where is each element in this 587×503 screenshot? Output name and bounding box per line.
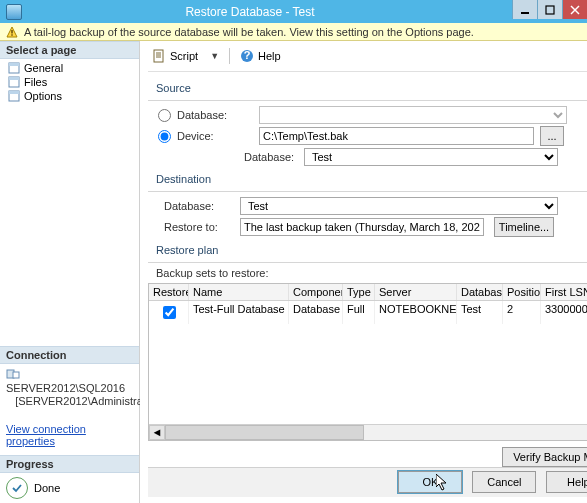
col-type[interactable]: Type	[343, 284, 375, 300]
minimize-button[interactable]	[512, 0, 537, 19]
dialog-footer: OK Cancel Help	[148, 467, 587, 497]
source-title: Source	[156, 82, 587, 94]
page-label: General	[24, 62, 63, 74]
done-icon	[6, 477, 28, 499]
progress-header: Progress	[0, 455, 139, 473]
svg-rect-0	[521, 12, 529, 14]
restore-checkbox[interactable]	[163, 306, 176, 319]
backup-sets-label: Backup sets to restore:	[156, 267, 587, 279]
svg-rect-5	[11, 30, 12, 34]
restore-to-field	[240, 218, 484, 236]
help-icon: ?	[240, 49, 254, 63]
maximize-button[interactable]	[537, 0, 562, 19]
cell-position: 2	[503, 301, 541, 324]
svg-rect-6	[11, 34, 12, 35]
cancel-button[interactable]: Cancel	[472, 471, 536, 493]
col-server[interactable]: Server	[375, 284, 457, 300]
svg-rect-8	[9, 63, 19, 66]
timeline-button[interactable]: Timeline...	[494, 217, 554, 237]
svg-text:?: ?	[244, 49, 251, 61]
page-icon	[8, 76, 20, 88]
scroll-thumb[interactable]	[165, 425, 364, 440]
toolbar-separator	[229, 48, 230, 64]
page-files[interactable]: Files	[4, 75, 135, 89]
page-label: Options	[24, 90, 62, 102]
cell-name: Test-Full Database Backup	[189, 301, 289, 324]
cell-database: Test	[457, 301, 503, 324]
col-firstlsn[interactable]: First LSN	[541, 284, 587, 300]
script-label: Script	[170, 50, 198, 62]
svg-rect-14	[13, 372, 19, 378]
footer-help-button[interactable]: Help	[546, 471, 587, 493]
col-database[interactable]: Database	[457, 284, 503, 300]
script-button[interactable]: Script	[148, 47, 202, 65]
left-panel: Select a page General Files Options Conn…	[0, 41, 140, 503]
col-position[interactable]: Position	[503, 284, 541, 300]
right-panel: Script ▼ ? Help Source Database: Device:…	[140, 41, 587, 503]
source-device-radio[interactable]	[158, 130, 171, 143]
window-title: Restore Database - Test	[0, 5, 512, 19]
source-db2-select[interactable]: Test	[304, 148, 558, 166]
page-icon	[8, 90, 20, 102]
progress-label: Done	[34, 482, 60, 494]
select-page-header: Select a page	[0, 41, 139, 59]
view-connection-link[interactable]: View connection properties	[6, 423, 86, 447]
close-button[interactable]	[562, 0, 587, 19]
page-label: Files	[24, 76, 47, 88]
cell-firstlsn: 330000000768	[541, 301, 587, 324]
grid-hscroll[interactable]: ◄ ►	[149, 424, 587, 440]
warning-icon	[6, 26, 18, 38]
help-label: Help	[258, 50, 281, 62]
connection-user: [SERVER2012\Administrator]	[15, 395, 158, 407]
source-database-select	[259, 106, 567, 124]
title-bar: Restore Database - Test	[0, 0, 587, 23]
source-db2-label: Database:	[244, 151, 304, 163]
grid-header: Restore Name Component Type Server Datab…	[149, 284, 587, 301]
verify-backup-button[interactable]: Verify Backup Media	[502, 447, 587, 467]
destination-title: Destination	[156, 173, 587, 185]
warning-text: A tail-log backup of the source database…	[24, 26, 474, 38]
scroll-left-icon[interactable]: ◄	[149, 425, 165, 440]
connection-header: Connection	[0, 346, 139, 364]
source-device-label: Device:	[177, 130, 259, 142]
dest-db-select[interactable]: Test	[240, 197, 558, 215]
source-database-label: Database:	[177, 109, 259, 121]
source-device-field[interactable]	[259, 127, 534, 145]
server-icon	[6, 368, 20, 380]
svg-rect-12	[9, 91, 19, 94]
restore-plan-title: Restore plan	[156, 244, 587, 256]
warning-bar: A tail-log backup of the source database…	[0, 23, 587, 41]
help-button[interactable]: ? Help	[236, 47, 285, 65]
ok-button[interactable]: OK	[398, 471, 462, 493]
col-name[interactable]: Name	[189, 284, 289, 300]
connection-server: SERVER2012\SQL2016	[6, 382, 125, 394]
script-icon	[152, 49, 166, 63]
col-restore[interactable]: Restore	[149, 284, 189, 300]
grid-row[interactable]: Test-Full Database Backup Database Full …	[149, 301, 587, 324]
page-general[interactable]: General	[4, 61, 135, 75]
page-options[interactable]: Options	[4, 89, 135, 103]
source-database-radio[interactable]	[158, 109, 171, 122]
dest-db-label: Database:	[164, 200, 240, 212]
cell-component: Database	[289, 301, 343, 324]
svg-rect-15	[154, 50, 163, 62]
toolbar: Script ▼ ? Help	[148, 45, 587, 72]
browse-device-button[interactable]: ...	[540, 126, 564, 146]
script-dropdown[interactable]: ▼	[206, 51, 223, 61]
col-component[interactable]: Component	[289, 284, 343, 300]
cell-server: NOTEBOOKNEWHP	[375, 301, 457, 324]
svg-rect-1	[546, 6, 554, 14]
page-icon	[8, 62, 20, 74]
cell-type: Full	[343, 301, 375, 324]
backup-sets-grid: Restore Name Component Type Server Datab…	[148, 283, 587, 441]
restore-to-label: Restore to:	[164, 221, 240, 233]
svg-rect-10	[9, 77, 19, 80]
